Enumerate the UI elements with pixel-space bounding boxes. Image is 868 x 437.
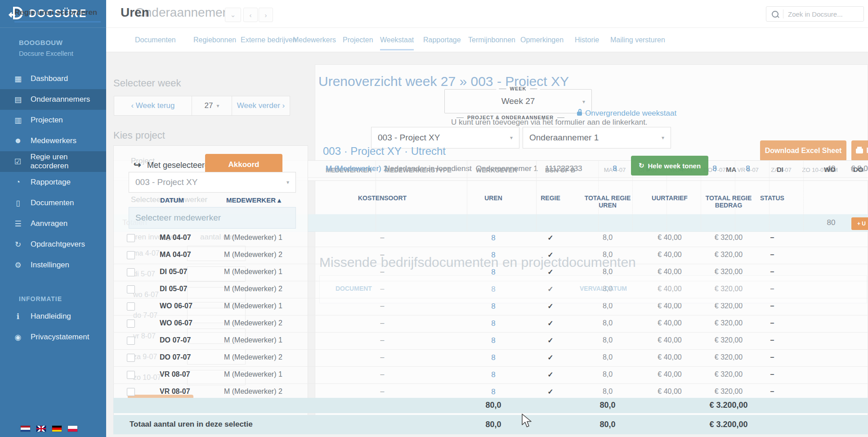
week-number-select[interactable]: 27 ▾ [192,96,232,115]
choose-project-heading: Kies project [113,130,165,141]
next-button[interactable]: › [259,8,273,22]
row-checkbox[interactable] [127,337,135,345]
sidebar-info-item-icon: ◉ [13,333,23,342]
sort-asc-icon: ▴ [277,196,281,204]
tab[interactable]: Opmerkingen [520,36,564,44]
sidebar-item[interactable]: ▦ Dashboard [0,68,106,89]
row-checkbox[interactable] [127,234,135,242]
tab[interactable]: Externe bedrijven [241,36,297,44]
cell-totaal-regie-bedrag: € 320,00 [715,268,743,276]
hours-row[interactable]: DO 07-07 M (Medewerker) 1 – 8 ✓ 8,0 € 40… [113,333,868,350]
tab[interactable]: Termijnbonnen [468,36,515,44]
hours-row[interactable]: WO 06-07 M (Medewerker) 1 – 8 ✓ 8,0 € 40… [113,298,868,315]
show-full-week-button[interactable]: ↻ Hele week tonen [631,156,708,176]
tab[interactable]: Rapportage [423,36,461,44]
active-tab-underline [14,21,101,23]
cell-medewerker: M (Medewerker) 2 [224,353,282,361]
cell-medewerker: M (Medewerker) 1 [224,370,282,378]
prev-button[interactable]: ‹ [243,8,258,22]
divider [467,160,467,231]
add-uren-button[interactable]: + U [851,217,868,230]
hours-row[interactable]: MA 04-07 M (Medewerker) 1 – 8 ✓ 8,0 € 40… [113,230,868,247]
row-checkbox[interactable] [127,320,135,328]
hours-row[interactable]: DO 07-07 M (Medewerker) 2 – 8 ✓ 8,0 € 40… [113,350,868,367]
cell-datum: DO 07-07 [160,336,191,344]
print-button[interactable]: Pr [851,140,868,161]
sidebar-item[interactable]: ☑ Regie uren accorderen [0,151,106,172]
cell-uurtarief: € 40,00 [658,387,681,396]
cell-datum: DI 05-07 [160,268,187,276]
week-number-value: 27 [205,101,213,110]
project-dropdown[interactable]: 003 - Project XY ▾ [129,172,296,193]
week-back-button[interactable]: ‹ Week terug [114,96,192,115]
onderaannemer-select[interactable]: Onderaannemer 1 ▾ [523,127,671,149]
sidebar-item[interactable]: ◔ Rapportage [0,172,106,193]
tab[interactable]: Medewerkers [293,36,336,44]
search-input[interactable] [787,10,856,18]
flag-pl-icon[interactable] [68,426,77,432]
total-uren: 80,0 [485,401,501,410]
sidebar-item[interactable]: ▯ Documenten [0,193,106,213]
tab[interactable]: Mailing versturen [610,36,665,44]
sidebar-info-item[interactable]: ℹ Handleiding [0,306,106,327]
tab[interactable]: Historie [575,36,599,44]
sidebar-item[interactable]: ☻ Medewerkers [0,131,106,151]
cell-totaal-regie-bedrag: € 320,00 [715,387,743,396]
week-forward-button[interactable]: Week verder › [232,96,290,115]
cell-totaal-regie-bedrag: € 320,00 [715,234,743,242]
cell-uurtarief: € 40,00 [658,353,681,361]
row-checkbox[interactable] [127,268,135,276]
row-checkbox[interactable] [127,302,135,311]
project-subtitle: 003 · Project XY · Utrecht [323,145,446,158]
download-excel-button[interactable]: Download Excel Sheet [760,140,846,161]
row-checkbox[interactable] [127,285,135,293]
sidebar-info-item[interactable]: ◉ Privacystatement [0,327,106,347]
sidebar-item[interactable]: ⚙ Instellingen [0,255,106,275]
flag-de-icon[interactable] [52,426,62,432]
sidebar-info-menu: ℹ Handleiding ◉ Privacystatement [0,306,106,347]
week-select[interactable]: WEEK Week 27 ▾ [444,89,592,113]
cell-totaal-regie-uren: 8,0 [603,370,613,378]
tab[interactable]: Weekstaat [380,36,414,50]
tab[interactable]: Projecten [343,36,373,44]
cell-totaal-regie-bedrag: € 320,00 [715,353,743,361]
cell-type: Nederlander in loondienst [385,164,472,173]
sidebar-item[interactable]: ▥ Projecten [0,110,106,131]
cell-datum: DO 07-07 [160,353,191,361]
hours-row[interactable]: WO 06-07 M (Medewerker) 2 – 8 ✓ 8,0 € 40… [113,315,868,333]
row-checkbox[interactable] [127,388,135,396]
sidebar-item[interactable]: ▤ Onderaannemers [0,89,106,110]
cell-totaal-regie-uren: 8,0 [603,353,613,361]
hours-row[interactable]: VR 08-07 M (Medewerker) 1 – 8 ✓ 8,0 € 40… [113,367,868,384]
tab[interactable]: Regiebonnen [193,36,236,44]
chevron-down-icon: ▾ [286,179,289,185]
row-checkbox[interactable] [127,371,135,379]
ghost-active-tab[interactable]: Regie uren accorderen [14,8,97,17]
medewerker-column-header[interactable]: MEDEWERKER ▴ [226,196,281,204]
cell-kostensoort: – [380,319,385,327]
sidebar-item[interactable]: ☰ Aanvragen [0,213,106,234]
sidebar-item[interactable]: ↻ Opdrachtgevers [0,234,106,255]
row-checkbox[interactable] [127,354,135,362]
app-window: DOCSÜRE BOOGBOUW Docsure Excellent ▦ Das… [0,0,868,437]
flag-gb-icon[interactable] [36,426,46,432]
check-icon: ✓ [547,387,553,396]
flag-nl-icon[interactable] [21,426,30,432]
sidebar-item-icon: ☑ [13,157,23,167]
sidebar-item-icon: ▥ [13,116,23,125]
tab[interactable]: Documenten [135,36,176,44]
print-label: Pr [867,147,868,155]
search-box[interactable] [766,6,864,22]
medewerker-dropdown[interactable]: Selecteer medewerker [129,207,296,229]
hours-row[interactable]: MA 04-07 M (Medewerker) 2 – 8 ✓ 8,0 € 40… [113,247,868,264]
title-dropdown-button[interactable]: ⌄ [225,8,241,22]
cell-status: – [770,268,774,276]
row-checkbox[interactable] [127,251,135,259]
datum-column-header[interactable]: DATUM [160,196,184,204]
chevron-down-icon: ▾ [662,135,664,141]
hours-row[interactable]: DI 05-07 M (Medewerker) 1 – 8 ✓ 8,0 € 40… [113,264,868,281]
hours-row[interactable]: DI 05-07 M (Medewerker) 2 – 8 ✓ 8,0 € 40… [113,281,868,298]
cell-datum: WO 06-07 [160,319,192,327]
cell-medewerker: M (Medewerker) 2 [224,285,282,293]
unlocked-weekstaat-link[interactable]: Onvergrendelde weekstaat [577,109,676,118]
